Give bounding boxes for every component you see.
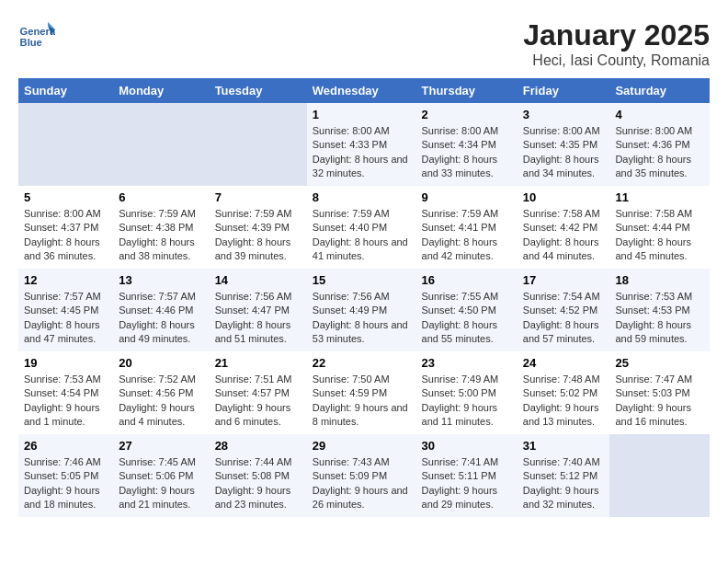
day-number: 18: [615, 273, 704, 287]
calendar-cell: 15Sunrise: 7:56 AMSunset: 4:49 PMDayligh…: [307, 269, 416, 351]
day-number: 22: [313, 356, 411, 370]
calendar-cell: [18, 103, 113, 186]
day-number: 11: [615, 190, 704, 204]
day-info: Sunrise: 7:50 AMSunset: 4:59 PMDaylight:…: [313, 373, 411, 430]
calendar-table: SundayMondayTuesdayWednesdayThursdayFrid…: [18, 78, 710, 517]
calendar-cell: 31Sunrise: 7:40 AMSunset: 5:12 PMDayligh…: [518, 434, 610, 517]
day-info: Sunrise: 7:59 AMSunset: 4:40 PMDaylight:…: [313, 207, 411, 264]
day-number: 30: [422, 439, 512, 453]
day-number: 20: [119, 356, 203, 370]
calendar-cell: 29Sunrise: 7:43 AMSunset: 5:09 PMDayligh…: [307, 434, 416, 517]
day-number: 7: [215, 190, 301, 204]
day-number: 12: [24, 273, 108, 287]
calendar-cell: 20Sunrise: 7:52 AMSunset: 4:56 PMDayligh…: [113, 351, 209, 434]
calendar-cell: 18Sunrise: 7:53 AMSunset: 4:53 PMDayligh…: [609, 269, 710, 351]
day-number: 28: [215, 439, 301, 453]
calendar-cell: 4Sunrise: 8:00 AMSunset: 4:36 PMDaylight…: [609, 103, 710, 186]
page-subtitle: Heci, Iasi County, Romania: [523, 52, 710, 69]
calendar-cell: 25Sunrise: 7:47 AMSunset: 5:03 PMDayligh…: [609, 351, 710, 434]
day-info: Sunrise: 7:55 AMSunset: 4:50 PMDaylight:…: [422, 290, 512, 347]
weekday-header: Sunday: [18, 78, 113, 103]
weekday-header: Friday: [518, 78, 610, 103]
calendar-cell: 16Sunrise: 7:55 AMSunset: 4:50 PMDayligh…: [416, 269, 518, 351]
page-title: January 2025: [523, 18, 710, 52]
day-number: 6: [119, 190, 203, 204]
calendar-week-row: 5Sunrise: 8:00 AMSunset: 4:37 PMDaylight…: [18, 186, 710, 269]
calendar-week-row: 1Sunrise: 8:00 AMSunset: 4:33 PMDaylight…: [18, 103, 710, 186]
calendar-cell: 22Sunrise: 7:50 AMSunset: 4:59 PMDayligh…: [307, 351, 416, 434]
day-number: 9: [422, 190, 512, 204]
day-info: Sunrise: 7:51 AMSunset: 4:57 PMDaylight:…: [215, 373, 301, 430]
calendar-cell: 8Sunrise: 7:59 AMSunset: 4:40 PMDaylight…: [307, 186, 416, 269]
day-info: Sunrise: 7:45 AMSunset: 5:06 PMDaylight:…: [119, 455, 203, 512]
calendar-cell: 24Sunrise: 7:48 AMSunset: 5:02 PMDayligh…: [518, 351, 610, 434]
calendar-cell: 7Sunrise: 7:59 AMSunset: 4:39 PMDaylight…: [210, 186, 307, 269]
calendar-week-row: 12Sunrise: 7:57 AMSunset: 4:45 PMDayligh…: [18, 269, 710, 351]
weekday-header: Tuesday: [210, 78, 307, 103]
day-number: 15: [313, 273, 411, 287]
day-info: Sunrise: 7:43 AMSunset: 5:09 PMDaylight:…: [313, 455, 411, 512]
day-number: 24: [523, 356, 605, 370]
day-info: Sunrise: 7:52 AMSunset: 4:56 PMDaylight:…: [119, 373, 203, 430]
day-info: Sunrise: 7:40 AMSunset: 5:12 PMDaylight:…: [523, 455, 605, 512]
day-info: Sunrise: 7:57 AMSunset: 4:46 PMDaylight:…: [119, 290, 203, 347]
calendar-cell: [113, 103, 209, 186]
day-info: Sunrise: 7:49 AMSunset: 5:00 PMDaylight:…: [422, 373, 512, 430]
title-block: January 2025 Heci, Iasi County, Romania: [523, 18, 710, 69]
calendar-cell: 17Sunrise: 7:54 AMSunset: 4:52 PMDayligh…: [518, 269, 610, 351]
day-info: Sunrise: 7:58 AMSunset: 4:44 PMDaylight:…: [615, 207, 704, 264]
calendar-cell: 21Sunrise: 7:51 AMSunset: 4:57 PMDayligh…: [210, 351, 307, 434]
day-number: 26: [24, 439, 108, 453]
calendar-cell: 12Sunrise: 7:57 AMSunset: 4:45 PMDayligh…: [18, 269, 113, 351]
day-number: 31: [523, 439, 605, 453]
day-number: 19: [24, 356, 108, 370]
day-number: 27: [119, 439, 203, 453]
day-info: Sunrise: 7:56 AMSunset: 4:49 PMDaylight:…: [313, 290, 411, 347]
logo: General Blue: [18, 18, 59, 55]
calendar-cell: 13Sunrise: 7:57 AMSunset: 4:46 PMDayligh…: [113, 269, 209, 351]
calendar-cell: [210, 103, 307, 186]
day-info: Sunrise: 7:54 AMSunset: 4:52 PMDaylight:…: [523, 290, 605, 347]
calendar-header-row: SundayMondayTuesdayWednesdayThursdayFrid…: [18, 78, 710, 103]
calendar-cell: [609, 434, 710, 517]
day-number: 17: [523, 273, 605, 287]
day-number: 5: [24, 190, 108, 204]
day-info: Sunrise: 7:41 AMSunset: 5:11 PMDaylight:…: [422, 455, 512, 512]
calendar-cell: 3Sunrise: 8:00 AMSunset: 4:35 PMDaylight…: [518, 103, 610, 186]
day-info: Sunrise: 8:00 AMSunset: 4:33 PMDaylight:…: [313, 124, 411, 181]
weekday-header: Monday: [113, 78, 209, 103]
weekday-header: Thursday: [416, 78, 518, 103]
calendar-cell: 30Sunrise: 7:41 AMSunset: 5:11 PMDayligh…: [416, 434, 518, 517]
weekday-header: Saturday: [609, 78, 710, 103]
day-info: Sunrise: 7:59 AMSunset: 4:41 PMDaylight:…: [422, 207, 512, 264]
day-number: 14: [215, 273, 301, 287]
day-info: Sunrise: 7:59 AMSunset: 4:38 PMDaylight:…: [119, 207, 203, 264]
day-info: Sunrise: 7:53 AMSunset: 4:53 PMDaylight:…: [615, 290, 704, 347]
calendar-week-row: 19Sunrise: 7:53 AMSunset: 4:54 PMDayligh…: [18, 351, 710, 434]
day-number: 23: [422, 356, 512, 370]
day-number: 21: [215, 356, 301, 370]
day-info: Sunrise: 7:44 AMSunset: 5:08 PMDaylight:…: [215, 455, 301, 512]
calendar-week-row: 26Sunrise: 7:46 AMSunset: 5:05 PMDayligh…: [18, 434, 710, 517]
calendar-cell: 14Sunrise: 7:56 AMSunset: 4:47 PMDayligh…: [210, 269, 307, 351]
calendar-cell: 10Sunrise: 7:58 AMSunset: 4:42 PMDayligh…: [518, 186, 610, 269]
day-info: Sunrise: 8:00 AMSunset: 4:34 PMDaylight:…: [422, 124, 512, 181]
day-info: Sunrise: 8:00 AMSunset: 4:37 PMDaylight:…: [24, 207, 108, 264]
calendar-cell: 1Sunrise: 8:00 AMSunset: 4:33 PMDaylight…: [307, 103, 416, 186]
logo-icon: General Blue: [18, 18, 55, 55]
day-number: 29: [313, 439, 411, 453]
day-info: Sunrise: 7:47 AMSunset: 5:03 PMDaylight:…: [615, 373, 704, 430]
day-number: 16: [422, 273, 512, 287]
day-info: Sunrise: 8:00 AMSunset: 4:35 PMDaylight:…: [523, 124, 605, 181]
day-number: 10: [523, 190, 605, 204]
day-number: 25: [615, 356, 704, 370]
calendar-cell: 23Sunrise: 7:49 AMSunset: 5:00 PMDayligh…: [416, 351, 518, 434]
day-info: Sunrise: 8:00 AMSunset: 4:36 PMDaylight:…: [615, 124, 704, 181]
calendar-cell: 19Sunrise: 7:53 AMSunset: 4:54 PMDayligh…: [18, 351, 113, 434]
calendar-cell: 26Sunrise: 7:46 AMSunset: 5:05 PMDayligh…: [18, 434, 113, 517]
day-number: 1: [313, 108, 411, 121]
calendar-cell: 6Sunrise: 7:59 AMSunset: 4:38 PMDaylight…: [113, 186, 209, 269]
day-number: 8: [313, 190, 411, 204]
calendar-cell: 9Sunrise: 7:59 AMSunset: 4:41 PMDaylight…: [416, 186, 518, 269]
day-number: 3: [523, 108, 605, 121]
